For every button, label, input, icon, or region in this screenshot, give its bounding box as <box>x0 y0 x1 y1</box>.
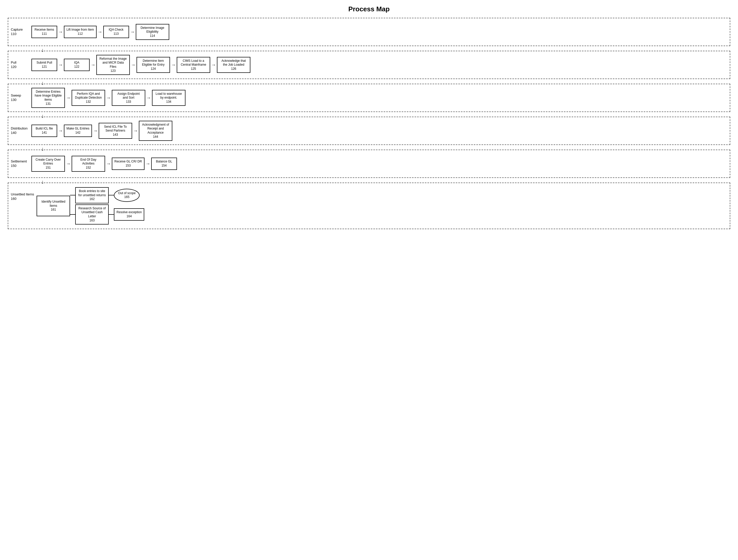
lane-label-sweep: Sweep 130 <box>11 93 31 102</box>
arrow-122-123: → <box>90 62 96 68</box>
step-134: Load to warehouse by endpoint. 134 <box>152 90 186 106</box>
arrow-153-154: → <box>144 161 151 166</box>
step-132: Perform IQA and Duplicate Detection 132 <box>72 90 105 106</box>
arrow-142-143: → <box>92 128 99 134</box>
arrow-132-133: → <box>105 95 112 101</box>
arrow-151-152: → <box>65 161 72 166</box>
lane-unsettled: Unsettled Items 160 Identify Unsettled I… <box>8 182 730 229</box>
step-144: Acknowledgment of Receipt and Acceptance… <box>139 121 172 141</box>
lane-content-capture: Receive Items 111 → Lift Image from Item… <box>31 24 727 40</box>
unsettled-num: 160 <box>11 197 16 201</box>
lane-content-settlement: Create Carry Over Entries 151 → End Of D… <box>31 156 727 172</box>
lane-label-settlement: Settlement 150 <box>11 159 31 168</box>
lane-content-sweep: Determine Entries have Image Eligible it… <box>31 88 727 108</box>
lane-content-pull: Submit Pull 121 → IQA 122 → Reformat the… <box>31 55 727 75</box>
step-112: Lift Image from Item 112 <box>64 26 97 38</box>
step-131: Determine Entries have Image Eligible it… <box>31 88 65 108</box>
step-123: Reformat the Image and MICR Data Files 1… <box>96 55 130 75</box>
arrow-125-126: → <box>210 62 217 68</box>
lane-content-unsettled: Identify Unsettled Items 161 Book entrie… <box>37 187 727 224</box>
arrow-123-124: → <box>130 62 136 68</box>
step-143: Send ICL File To Send Partners 143 <box>99 123 132 139</box>
lane-label-distribution: Distribution 140 <box>11 126 31 135</box>
arrow-112-113: → <box>97 29 103 35</box>
arrow-141-142: → <box>57 128 64 134</box>
arrow-152-153: → <box>105 161 112 166</box>
step-125: CIMS Load to a Central Mainframe 125 <box>177 57 210 73</box>
step-114: Determine Image Eligibility 114 <box>136 24 169 40</box>
settlement-label: Settlement <box>11 159 27 164</box>
pull-label: Pull <box>11 60 16 65</box>
lane-capture: Capture 110 Receive Items 111 → Lift Ima… <box>8 18 730 46</box>
step-162: Book entries to site for unsettled retur… <box>75 187 109 203</box>
arrow-133-134: → <box>145 95 152 101</box>
step-142: Make GL Entries 142 <box>64 125 92 137</box>
step-154: Balance GL 154 <box>151 157 177 170</box>
step-165: Out of scope 165 <box>114 189 139 202</box>
lane-label-pull: Pull 120 <box>11 60 31 69</box>
lane-sweep: Sweep 130 Determine Entries have Image E… <box>8 84 730 112</box>
distribution-label: Distribution <box>11 126 28 131</box>
distribution-num: 140 <box>11 131 16 135</box>
step-153: Receive GL CR/ DR 153 <box>112 157 144 170</box>
step-111: Receive Items 111 <box>31 26 57 38</box>
step-163: Research Source of Unsettled Cash Letter… <box>75 204 109 224</box>
step-152: End Of Day Activities 152 <box>72 156 105 172</box>
page-title: Process Map <box>8 5 730 13</box>
step-161: Identify Unsettled Items 161 <box>37 196 70 216</box>
process-map: Capture 110 Receive Items 111 → Lift Ima… <box>8 18 730 232</box>
arrow-124-125: → <box>170 62 177 68</box>
step-122: IQA 122 <box>64 59 90 71</box>
pull-num: 120 <box>11 65 16 69</box>
lane-settlement: Settlement 150 Create Carry Over Entries… <box>8 150 730 178</box>
step-141: Build ICL file 141 <box>31 125 57 137</box>
lane-label-capture: Capture 110 <box>11 28 31 36</box>
arrow-121-122: → <box>57 62 64 68</box>
lane-pull: Pull 120 Submit Pull 121 → IQA 122 → Ref… <box>8 51 730 79</box>
step-126: Acknowledge that the Job Loaded 126 <box>217 57 250 73</box>
step-164: Resolve exception 164 <box>114 208 144 220</box>
unsettled-label: Unsettled Items <box>11 192 34 197</box>
lane-distribution: Distribution 140 Build ICL file 141 → Ma… <box>8 117 730 145</box>
sweep-label: Sweep <box>11 93 21 98</box>
step-151: Create Carry Over Entries 151 <box>31 156 65 172</box>
step-113: IQA Check 113 <box>103 26 129 38</box>
lane-label-unsettled: Unsettled Items 160 <box>11 192 37 201</box>
arrow-113-114: → <box>129 29 136 35</box>
step-124: Determine Item Eligible for Entry 124 <box>136 57 170 73</box>
arrow-111-112: → <box>57 29 64 35</box>
settlement-num: 150 <box>11 164 16 168</box>
capture-num: 110 <box>11 32 16 36</box>
step-133: Assign Endpoint and Sort 133 <box>112 90 145 106</box>
sweep-num: 130 <box>11 98 16 102</box>
capture-label: Capture <box>11 28 23 32</box>
lane-content-distribution: Build ICL file 141 → Make GL Entries 142… <box>31 121 727 141</box>
arrow-143-144: → <box>132 128 139 134</box>
step-121: Submit Pull 121 <box>31 59 57 71</box>
arrow-131-132: → <box>65 95 72 101</box>
